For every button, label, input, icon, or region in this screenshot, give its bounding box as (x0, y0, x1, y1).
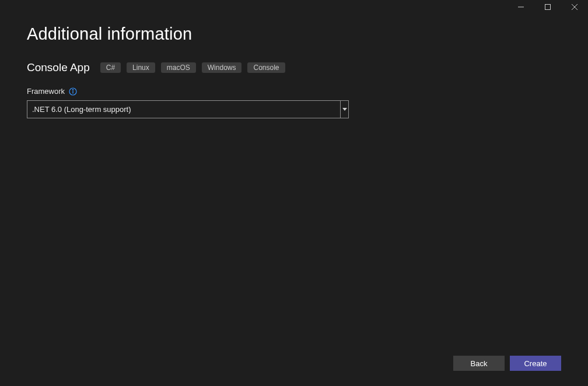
framework-label: Framework (27, 87, 65, 96)
framework-dropdown-button[interactable] (340, 101, 348, 118)
footer: Back Create (453, 356, 561, 371)
svg-marker-7 (342, 108, 347, 111)
template-row: Console App C# Linux macOS Windows Conso… (27, 61, 561, 74)
template-tag: Windows (202, 62, 242, 73)
framework-value: .NET 6.0 (Long-term support) (27, 101, 340, 118)
close-icon (572, 4, 578, 10)
content: Additional information Console App C# Li… (0, 17, 588, 118)
titlebar (0, 0, 588, 17)
svg-point-5 (72, 89, 74, 90)
info-icon[interactable] (69, 87, 77, 96)
template-tag: C# (100, 62, 121, 73)
template-tag: Linux (127, 62, 155, 73)
template-tag: Console (247, 62, 285, 73)
maximize-button[interactable] (534, 0, 561, 14)
minimize-icon (518, 4, 524, 10)
create-button[interactable]: Create (510, 356, 561, 371)
close-button[interactable] (561, 0, 588, 14)
chevron-down-icon (342, 108, 347, 111)
framework-label-row: Framework (27, 87, 561, 96)
back-button[interactable]: Back (453, 356, 505, 371)
maximize-icon (545, 4, 551, 10)
template-tag: macOS (161, 62, 196, 73)
svg-rect-1 (545, 5, 551, 10)
page-title: Additional information (27, 24, 561, 44)
template-name: Console App (27, 61, 90, 74)
framework-select[interactable]: .NET 6.0 (Long-term support) (27, 100, 349, 118)
minimize-button[interactable] (508, 0, 534, 14)
